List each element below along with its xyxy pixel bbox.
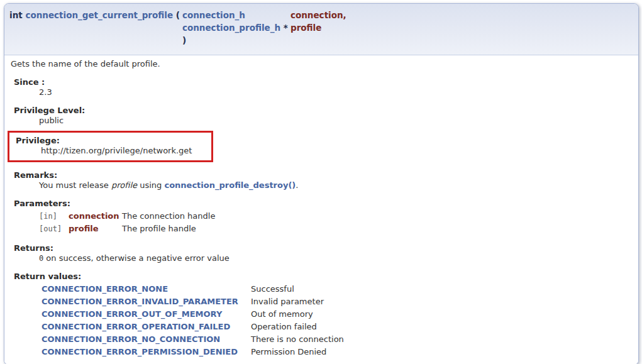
retval-desc: Out of memory <box>251 309 313 319</box>
return-value-row: CONNECTION_ERROR_OUT_OF_MEMORY Out of me… <box>39 308 344 321</box>
remarks-param-ref: profile <box>111 180 137 190</box>
return-values-section: Return values: CONNECTION_ERROR_NONE Suc… <box>14 272 633 358</box>
return-value-row: CONNECTION_ERROR_PERMISSION_DENIED Permi… <box>39 346 344 358</box>
parameters-label: Parameters: <box>14 199 633 209</box>
function-signature-header: int connection_get_current_profile ( con… <box>4 4 638 55</box>
brief-description: Gets the name of the default profile. <box>11 59 633 69</box>
close-paren-cell: ) <box>181 34 289 47</box>
retval-link[interactable]: CONNECTION_ERROR_INVALID_PARAMETER <box>42 297 238 306</box>
signature-row-3: ) <box>8 34 348 47</box>
return-value-row: CONNECTION_ERROR_INVALID_PARAMETER Inval… <box>39 295 344 308</box>
function-doc-body: Gets the name of the default profile. Si… <box>4 55 638 364</box>
privilege-label: Privilege: <box>16 136 211 146</box>
remarks-prefix: You must release <box>39 180 111 190</box>
param-name-cell: connection <box>69 210 122 223</box>
retval-link[interactable]: CONNECTION_ERROR_PERMISSION_DENIED <box>42 347 238 356</box>
retval-desc-cell: Invalid parameter <box>251 295 344 308</box>
param-desc-cell: The connection handle <box>122 210 215 223</box>
return-value-row: CONNECTION_ERROR_OPERATION_FAILED Operat… <box>39 321 344 333</box>
retval-name-cell: CONNECTION_ERROR_OUT_OF_MEMORY <box>39 308 251 321</box>
param-name: connection <box>69 211 119 221</box>
function-name-link[interactable]: connection_get_current_profile <box>25 10 173 20</box>
param-dir: [out] <box>39 224 62 233</box>
retval-name-cell: CONNECTION_ERROR_NO_CONNECTION <box>39 333 251 346</box>
retval-desc-cell: Operation failed <box>251 321 344 333</box>
signature-row-2: connection_profile_h * profile <box>8 21 348 34</box>
param-name-cell: profile <box>69 223 122 235</box>
remarks-section: Remarks: You must release profile using … <box>14 170 633 190</box>
parameters-table-wrap: [in] connection The connection handle [o… <box>39 210 633 235</box>
param-desc: The connection handle <box>122 211 215 221</box>
close-paren: ) <box>182 35 186 45</box>
retval-desc: Successful <box>251 284 294 294</box>
destroy-function-link[interactable]: connection_profile_destroy() <box>164 180 296 190</box>
retval-link[interactable]: CONNECTION_ERROR_OPERATION_FAILED <box>42 322 230 331</box>
param-desc: The profile handle <box>122 224 196 233</box>
retval-desc: Permission Denied <box>251 347 326 356</box>
param-dir-cell: [in] <box>39 210 69 223</box>
param-row: [out] profile The profile handle <box>39 223 215 235</box>
since-label: Since : <box>14 77 633 87</box>
retval-desc: Invalid parameter <box>251 297 324 306</box>
function-doc-card: int connection_get_current_profile ( con… <box>4 3 639 364</box>
param2-type-cell: connection_profile_h * <box>181 21 289 34</box>
return-value-row: CONNECTION_ERROR_NONE Successful <box>39 283 344 295</box>
signature-empty-cell <box>8 21 181 34</box>
param-dir-cell: [out] <box>39 223 69 235</box>
param2-name: profile <box>291 23 321 33</box>
param2-type-link[interactable]: connection_profile_h <box>182 23 280 33</box>
return-type: int <box>9 10 25 20</box>
privilege-highlight-box: Privilege: http://tizen.org/privilege/ne… <box>8 131 213 162</box>
return-values-table: CONNECTION_ERROR_NONE Successful CONNECT… <box>39 283 344 358</box>
retval-desc: Operation failed <box>251 322 317 331</box>
param-dir: [in] <box>39 212 57 221</box>
retval-desc-cell: There is no connection <box>251 333 344 346</box>
param1-type-cell: connection_h <box>181 9 289 21</box>
param1-name-cell: connection, <box>289 9 348 21</box>
return-value-row: CONNECTION_ERROR_NO_CONNECTION There is … <box>39 333 344 346</box>
retval-name-cell: CONNECTION_ERROR_NONE <box>39 283 251 295</box>
returns-description: on success, otherwise a negative error v… <box>43 253 230 263</box>
retval-desc-cell: Out of memory <box>251 308 344 321</box>
param-desc-cell: The profile handle <box>122 223 215 235</box>
param1-type-link[interactable]: connection_h <box>182 10 245 20</box>
retval-link[interactable]: CONNECTION_ERROR_NO_CONNECTION <box>42 334 220 344</box>
retval-link[interactable]: CONNECTION_ERROR_NONE <box>42 284 168 294</box>
privilege-level-value: public <box>39 116 633 126</box>
retval-desc-cell: Successful <box>251 283 344 295</box>
retval-name-cell: CONNECTION_ERROR_INVALID_PARAMETER <box>39 295 251 308</box>
signature-empty-cell-2 <box>8 34 181 47</box>
remarks-text: You must release profile using connectio… <box>39 180 633 190</box>
returns-label: Returns: <box>14 243 633 253</box>
param-row: [in] connection The connection handle <box>39 210 215 223</box>
param2-pointer-star: * <box>280 23 288 33</box>
privilege-level-section: Privilege Level: public <box>14 106 633 126</box>
param-name: profile <box>69 224 99 233</box>
returns-section: Returns: 0 on success, otherwise a negat… <box>14 243 633 263</box>
param2-name-cell: profile <box>289 21 348 34</box>
retval-desc-cell: Permission Denied <box>251 346 344 358</box>
signature-empty-cell-3 <box>289 34 348 47</box>
parameters-section: Parameters: [in] connection The connecti… <box>14 199 633 235</box>
remarks-label: Remarks: <box>14 170 633 180</box>
since-value: 2.3 <box>39 87 633 97</box>
retval-name-cell: CONNECTION_ERROR_OPERATION_FAILED <box>39 321 251 333</box>
retval-name-cell: CONNECTION_ERROR_PERMISSION_DENIED <box>39 346 251 358</box>
signature-func-cell: int connection_get_current_profile ( <box>8 9 181 21</box>
parameters-table: [in] connection The connection handle [o… <box>39 210 215 235</box>
signature-table: int connection_get_current_profile ( con… <box>8 9 348 47</box>
signature-row-1: int connection_get_current_profile ( con… <box>8 9 348 21</box>
return-values-label: Return values: <box>14 272 633 282</box>
param1-name: connection, <box>291 10 346 20</box>
remarks-suffix: . <box>296 180 298 190</box>
remarks-middle: using <box>137 180 164 190</box>
return-values-table-wrap: CONNECTION_ERROR_NONE Successful CONNECT… <box>39 283 633 358</box>
privilege-level-label: Privilege Level: <box>14 106 633 116</box>
open-paren: ( <box>173 10 180 20</box>
privilege-value: http://tizen.org/privilege/network.get <box>41 146 211 156</box>
privilege-section: Privilege: http://tizen.org/privilege/ne… <box>16 136 211 156</box>
returns-text: 0 on success, otherwise a negative error… <box>39 253 633 263</box>
since-section: Since : 2.3 <box>14 77 633 97</box>
retval-link[interactable]: CONNECTION_ERROR_OUT_OF_MEMORY <box>42 309 222 319</box>
retval-desc: There is no connection <box>251 334 344 344</box>
